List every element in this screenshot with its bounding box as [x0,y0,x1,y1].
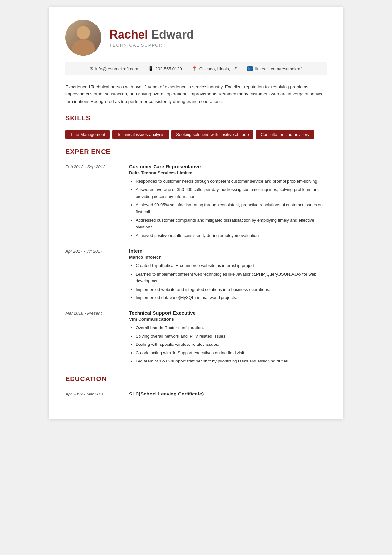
exp-date: Feb 2012 - Sep 2012 [65,164,122,241]
skill-tag: Technical issues analysis [112,130,169,139]
exp-bullets: Responded to customer needs through comp… [129,178,327,239]
list-item: Created hypothetical E-commerce website … [136,262,327,269]
skill-tag: Seeking solutions with positive attitude [172,130,253,139]
first-name: Rachel [109,28,148,41]
contact-email: ✉ info@resumekraft.com [90,66,138,71]
list-item: Achieved positive results consistently d… [136,232,327,239]
skills-section: SKILLS Time ManagementTechnical issues a… [65,114,327,139]
table-row: Apr 2009 - Mar 2010SLC(School Leaving Ce… [65,391,327,396]
list-item: Dealing with specific wireless related i… [136,341,327,348]
exp-content: Customer Care RepresentativeDelta Techno… [129,164,327,241]
education-title: EDUCATION [65,375,327,383]
resume-container: Rachel Edward TECHNICAL SUPPORT ✉ info@r… [49,7,343,419]
contact-linkedin: in linkedin.com/resumekraft [247,66,302,71]
list-item: Led team of 12-15 support staff per shif… [136,358,327,364]
experience-divider [65,158,327,158]
table-row: Apr 2017 - Jul 2017InternMarico Infotech… [65,248,327,302]
header-section: Rachel Edward TECHNICAL SUPPORT [65,20,327,56]
exp-bullets: Overall brands Router configuration.Solv… [129,324,327,364]
contact-phone: 📱 202-555-0120 [148,66,182,71]
summary-text: Experienced Technical person with over 2… [65,83,327,105]
list-item: Learned to implement different web techn… [136,271,327,285]
header-text: Rachel Edward TECHNICAL SUPPORT [109,28,194,48]
full-name: Rachel Edward [109,28,194,42]
edu-content: SLC(School Leaving Certificate) [129,391,204,396]
table-row: Feb 2012 - Sep 2012Customer Care Represe… [65,164,327,241]
list-item: Overall brands Router configuration. [136,324,327,331]
last-name: Edward [151,28,194,41]
edu-degree: SLC(School Leaving Certificate) [129,391,204,396]
list-item: Answered average of 350-400 calls, per d… [136,186,327,200]
skill-tag: Time Management [65,130,110,139]
list-item: Implemented database(MySQL) in real worl… [136,294,327,301]
edu-date: Apr 2009 - Mar 2010 [65,391,122,396]
skills-title: SKILLS [65,114,327,122]
exp-date: Mar 2018 - Present [65,310,122,366]
exp-company: Delta Techno Services Limited [129,170,327,175]
list-item: Solving overall network and IPTV related… [136,333,327,340]
list-item: Addressed customer complaints and mitiga… [136,217,327,231]
exp-bullets: Created hypothetical E-commerce website … [129,262,327,301]
table-row: Mar 2018 - PresentTechnical Support Exec… [65,310,327,366]
skill-tag: Consultation and advisory [256,130,314,139]
exp-title: Technical Support Executive [129,310,327,316]
location-text: Chicago, Illinois, US [199,66,237,71]
email-icon: ✉ [90,66,93,71]
exp-company: Vim Communications [129,317,327,322]
list-item: Responded to customer needs through comp… [136,178,327,185]
exp-date: Apr 2017 - Jul 2017 [65,248,122,302]
education-divider [65,385,327,385]
skills-divider [65,124,327,124]
exp-content: Technical Support ExecutiveVim Communica… [129,310,327,366]
exp-title: Intern [129,248,327,254]
phone-icon: 📱 [148,66,154,71]
education-section: EDUCATION Apr 2009 - Mar 2010SLC(School … [65,375,327,396]
experience-title: EXPERIENCE [65,148,327,156]
linkedin-text: linkedin.com/resumekraft [255,66,303,71]
contact-bar: ✉ info@resumekraft.com 📱 202-555-0120 📍 … [65,62,327,75]
exp-title: Customer Care Representative [129,164,327,169]
exp-content: InternMarico InfotechCreated hypothetica… [129,248,327,302]
skills-tags-container: Time ManagementTechnical issues analysis… [65,130,327,139]
job-title: TECHNICAL SUPPORT [109,43,194,48]
phone-text: 202-555-0120 [155,66,182,71]
avatar [65,20,101,56]
experience-section: EXPERIENCE Feb 2012 - Sep 2012Customer C… [65,148,327,366]
education-entries: Apr 2009 - Mar 2010SLC(School Leaving Ce… [65,391,327,396]
linkedin-icon: in [247,66,253,71]
list-item: Co-oridinating with Jr. Support executiv… [136,349,327,356]
contact-location: 📍 Chicago, Illinois, US [192,66,237,71]
experience-entries: Feb 2012 - Sep 2012Customer Care Represe… [65,164,327,366]
email-text: info@resumekraft.com [95,66,138,71]
list-item: Implemented website and integrated solut… [136,286,327,293]
exp-company: Marico Infotech [129,255,327,260]
location-icon: 📍 [192,66,197,71]
list-item: Achieved 90-95% satisfaction rating thro… [136,201,327,215]
